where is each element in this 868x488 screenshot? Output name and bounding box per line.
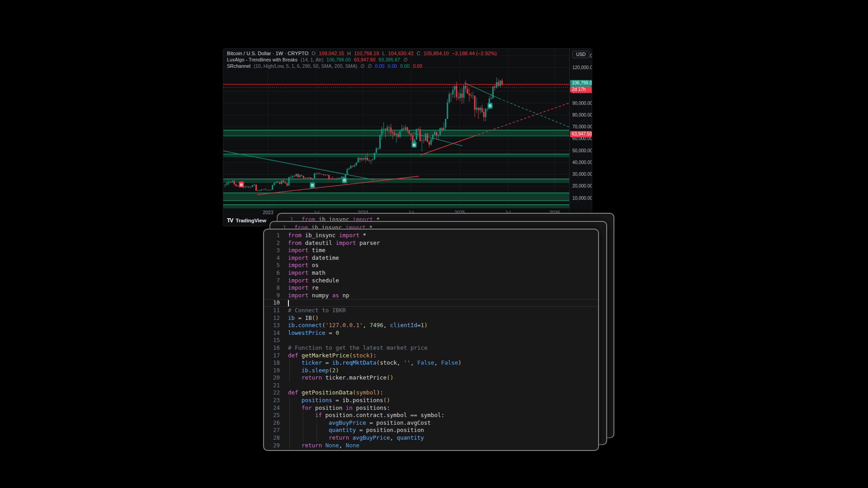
legend-segment: 0.00 xyxy=(400,63,410,69)
srchannel-indicator-row[interactable]: SRchannel(10, High/Low, 5, 1, 6, 290, 50… xyxy=(227,63,497,69)
tradingview-chart-window: BBBBB Bitcoin / U.S. Dollar · 1W · CRYPT… xyxy=(223,48,592,226)
price-axis-label: 10,000.00 xyxy=(572,196,592,201)
price-axis-label: 90,000.00 xyxy=(572,101,592,106)
price-axis-label: 50,000.00 xyxy=(572,148,592,153)
legend-segment: ∅ xyxy=(403,57,407,62)
usd-currency-button[interactable]: USD xyxy=(572,51,590,58)
legend-segment: ∅ xyxy=(360,63,364,69)
chart-legend: Bitcoin / U.S. Dollar · 1W · CRYPTOO109,… xyxy=(227,51,497,70)
legend-segment: C xyxy=(417,51,420,56)
price-scale[interactable]: USD 130,000.00120,000.00100,000.0090,000… xyxy=(569,49,592,226)
signal-marker-B: B xyxy=(310,182,315,188)
code-line: 14lowestPrice = 0 xyxy=(264,329,598,337)
legend-segment: L xyxy=(382,51,385,56)
candlestick-chart[interactable]: BBBBB xyxy=(223,49,569,208)
legend-segment: 109,042.15 xyxy=(319,51,344,56)
legend-segment: H xyxy=(347,51,351,56)
code-window-front[interactable]: 1from ib_insync import *2from dateutil i… xyxy=(263,229,599,451)
luxalgo-indicator-row[interactable]: LuxAlgo - Trendlines with Breaks(14, 1, … xyxy=(227,57,497,62)
code-editor-content[interactable]: 1from ib_insync import *2from dateutil i… xyxy=(264,230,598,449)
code-line: 22def getPositionData(symbol): xyxy=(264,389,598,397)
chart-pane[interactable]: BBBBB xyxy=(223,49,569,208)
svg-text:B: B xyxy=(311,183,314,188)
code-line: 4import datetime xyxy=(264,254,598,262)
code-line: 11# Connect to IBKR xyxy=(264,307,598,314)
price-axis-label: 120,000.00 xyxy=(572,65,592,70)
code-line: 8import re xyxy=(264,284,598,292)
tradingview-logo[interactable]: TV TradingView xyxy=(227,217,266,224)
code-line: 9import numpy as np xyxy=(264,292,598,300)
code-line: 24for position in positions: xyxy=(264,404,598,412)
code-line: 1from ib_insync import * xyxy=(264,232,598,239)
price-axis-badge: 2d 17h xyxy=(570,86,592,93)
signal-marker-B: B xyxy=(488,103,493,108)
code-line: 23positions = ib.positions() xyxy=(264,397,598,404)
code-line: 7import schedule xyxy=(264,277,598,285)
code-line: 25if position.contract.symbol == symbol: xyxy=(264,412,598,419)
legend-segment: 0.00 xyxy=(387,63,397,69)
legend-segment: 0.00 xyxy=(413,63,422,69)
code-line: 6import math xyxy=(264,269,598,277)
code-line: 16# Function to get the latest market pr… xyxy=(264,344,598,352)
price-axis-badge: 63,947.50 xyxy=(570,131,592,137)
legend-segment: 104,630.42 xyxy=(388,51,414,56)
legend-segment: 106,799.00 xyxy=(326,57,351,62)
legend-segment: 0.00 xyxy=(375,63,385,69)
price-axis-label: 40,000.00 xyxy=(572,160,592,165)
signal-marker-B: B xyxy=(342,177,347,183)
text-cursor xyxy=(288,300,289,306)
svg-text:B: B xyxy=(413,143,415,147)
legend-segment: (14, 1, Atr) xyxy=(301,57,323,62)
legend-segment: SRchannel xyxy=(227,63,250,69)
svg-text:B: B xyxy=(240,183,243,187)
price-axis-label: 20,000.00 xyxy=(572,183,592,188)
signal-marker-B: B xyxy=(239,182,244,188)
price-axis-label: 80,000.00 xyxy=(572,113,592,117)
legend-segment: 63,947.50 xyxy=(354,57,376,62)
tradingview-logo-text: TradingView xyxy=(236,218,266,223)
legend-segment: 110,758.19 xyxy=(354,51,379,56)
tradingview-logo-icon: TV xyxy=(227,217,233,224)
code-line: 15 xyxy=(264,337,598,344)
legend-segment: −3,188.44 (−2.92%) xyxy=(452,51,497,56)
signal-marker-B: B xyxy=(412,142,417,148)
code-line: 13ib.connect('127.0.0.1', 7496, clientId… xyxy=(264,322,598,329)
price-axis-badge: 106,799.00 xyxy=(570,80,592,86)
price-axis-label: 30,000.00 xyxy=(572,172,592,177)
svg-text:B: B xyxy=(489,103,491,108)
code-line: 10 xyxy=(264,299,598,307)
code-line: 3import time xyxy=(264,247,598,254)
code-line: 27quantity = position.position xyxy=(264,427,598,434)
code-line: 2from dateutil import parser xyxy=(264,239,598,247)
code-line: 19ib.sleep(2) xyxy=(264,367,598,375)
code-line: 20return ticker.marketPrice() xyxy=(264,374,598,382)
legend-segment: 93,395.67 xyxy=(379,57,401,62)
legend-segment: (10, High/Low, 5, 1, 6, 290, 50, SMA, 20… xyxy=(254,63,357,69)
svg-text:B: B xyxy=(343,178,346,183)
desktop: BBBBB Bitcoin / U.S. Dollar · 1W · CRYPT… xyxy=(0,0,868,488)
code-line: 29return None, None xyxy=(264,442,598,450)
code-line: 26avgBuyPrice = position.avgCost xyxy=(264,419,598,427)
code-line: 5import os xyxy=(264,262,598,269)
code-line: 21 xyxy=(264,382,598,389)
legend-segment: 105,854.10 xyxy=(424,51,449,56)
code-line: 28return avgBuyPrice, quantity xyxy=(264,434,598,442)
legend-segment: O xyxy=(311,51,316,56)
code-line: 12ib = IB() xyxy=(264,314,598,322)
code-line: 18ticker = ib.reqMktData(stock, '', Fals… xyxy=(264,359,598,367)
legend-segment: LuxAlgo - Trendlines with Breaks xyxy=(227,57,297,62)
time-axis-label: 2023 xyxy=(263,210,273,215)
code-line: 17def getMarketPrice(stock): xyxy=(264,352,598,360)
price-axis-label: 70,000.00 xyxy=(572,124,592,129)
legend-segment: ∅ xyxy=(368,63,372,69)
symbol-legend-row[interactable]: Bitcoin / U.S. Dollar · 1W · CRYPTOO109,… xyxy=(227,51,497,56)
legend-segment: Bitcoin / U.S. Dollar · 1W · CRYPTO xyxy=(227,51,308,56)
